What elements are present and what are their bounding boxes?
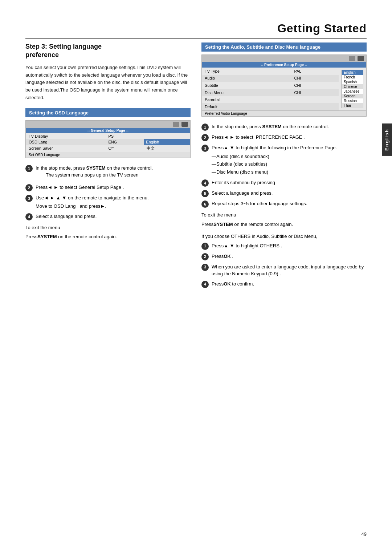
step-content: In the stop mode, press SYSTEM on the re… [212, 123, 367, 130]
dropdown-item-spanish: Spanish [342, 80, 363, 84]
screen-icon-2 [358, 56, 364, 61]
table-row: TV Display PS [26, 133, 190, 139]
step-content: Press◄ ► to select General Setup Page . [36, 184, 191, 191]
right-column: Setting the Audio, Subtitle and Disc Men… [201, 42, 367, 292]
others-steps-list: 1 Press▲ ▼ to highlight OTHERS . 2 Press… [201, 242, 367, 288]
table-cell-val: PAL [291, 68, 339, 75]
dropdown-item-russian: Russian [342, 98, 363, 103]
pref-content-area: TV Type PAL Audio CHI Subtitle CHI Dis [202, 68, 366, 110]
list-item: 4 Select a language and press. [25, 213, 191, 220]
right-exit-detail: PressSYSTEM on the remote control again. [201, 221, 367, 228]
dropdown-list: English French Spanish Chinese Japanese … [342, 70, 363, 108]
table-cell-val2: 中文 [144, 145, 190, 152]
table-cell-val: CHI [291, 82, 339, 89]
screen-footer: Set OSD Language [26, 152, 190, 158]
step-content: When you are asked to enter a language c… [212, 263, 367, 278]
table-cell-val [291, 96, 339, 104]
table-cell-label: Subtitle [202, 82, 291, 89]
list-item: 1 In the stop mode, press SYSTEM on the … [201, 123, 367, 131]
step-content: Use◄ ► ▲ ▼ on the remote to navigate in … [36, 194, 191, 210]
list-item: 2 PressOK . [201, 253, 367, 260]
section-description: You can select your own preferred langua… [25, 64, 191, 102]
step-number: 4 [201, 179, 209, 187]
step-content: Select a language and press. [36, 213, 191, 220]
table-cell-label: Parental [202, 96, 291, 104]
table-cell-label: Disc Menu [202, 89, 291, 96]
table-cell-val: CHI [291, 89, 339, 96]
step-number: 6 [201, 200, 209, 208]
step-content: Press▲ ▼ to highlight the following in t… [212, 144, 367, 176]
screen-header [26, 121, 190, 128]
table-row: Default [202, 103, 339, 110]
step-content: PressOK to confirm. [212, 280, 367, 288]
sub-step-disc-menu: Disc Menu (disc s menu) [212, 169, 367, 176]
screen-page-label: -- General Setup Page -- [26, 128, 190, 133]
dropdown-item-japanese: Japanese [342, 89, 363, 94]
step-content: Press◄ ► to select PREFERENCE PAGE . [212, 134, 367, 141]
step-number: 1 [201, 123, 209, 131]
osd-table: TV Display PS OSD Lang ENG English Scree… [26, 133, 190, 152]
step-number: 4 [201, 281, 209, 288]
page-number: 49 [362, 531, 367, 537]
list-item: 3 Press▲ ▼ to highlight the following in… [201, 144, 367, 176]
step-number: 3 [201, 145, 209, 152]
list-item: 2 Press◄ ► to select PREFERENCE PAGE . [201, 134, 367, 141]
step-content: Repeat steps 3~5 for other language sett… [212, 200, 367, 207]
step-indent: Move to OSD Lang and press►. [36, 203, 191, 210]
step-content: Enter its submenu by pressing [212, 179, 367, 186]
language-side-tab: English [382, 123, 392, 156]
language-dropdown: English French Spanish Chinese Japanese … [342, 70, 363, 108]
exit-detail: PressSYSTEM on the remote control again. [25, 233, 191, 240]
table-cell-val1: Off [106, 145, 144, 152]
page-container: Getting Started English Step 3: Setting … [0, 0, 392, 555]
table-cell-label: OSD Lang [26, 139, 106, 145]
pref-screen-mockup: -- Preference Setup Page -- TV Type PAL … [201, 54, 367, 117]
step-content: Select a language and press. [212, 190, 367, 197]
step-content: PressOK . [212, 253, 367, 260]
step-number: 3 [25, 195, 33, 202]
screen-icon-1 [349, 56, 355, 61]
screen-icon-1 [173, 122, 179, 127]
dropdown-item-thai: Thai [342, 103, 363, 108]
pref-table: TV Type PAL Audio CHI Subtitle CHI Dis [202, 68, 339, 110]
screen-icon-2 [181, 122, 188, 127]
list-item: 4 PressOK to confirm. [201, 280, 367, 288]
list-item: 1 Press▲ ▼ to highlight OTHERS . [201, 242, 367, 250]
exit-note: To exit the menu [25, 224, 191, 231]
others-note: If you choose OTHERS in Audio, Subtitle … [201, 233, 367, 240]
screen-header [202, 55, 366, 62]
table-cell-label: Default [202, 103, 291, 110]
dropdown-item-chinese: Chinese [342, 84, 363, 89]
list-item: 4 Enter its submenu by pressing [201, 179, 367, 187]
list-item: 5 Select a language and press. [201, 190, 367, 197]
step-number: 2 [201, 134, 209, 141]
table-cell-val: CHI [291, 75, 339, 82]
table-row: TV Type PAL [202, 68, 339, 75]
step-content: Press▲ ▼ to highlight OTHERS . [212, 242, 367, 250]
step-number: 4 [25, 213, 33, 220]
table-cell-val [291, 103, 339, 110]
section-heading: Step 3: Setting language preference [25, 42, 191, 60]
dropdown-item-french: French [342, 75, 363, 80]
table-row: OSD Lang ENG English [26, 139, 190, 145]
pref-screen-footer: Preferred Audio Language [202, 110, 366, 116]
table-cell-label: TV Display [26, 133, 106, 139]
step-number: 5 [201, 190, 209, 197]
sub-step-audio: Audio (disc s soundtrack) [212, 153, 367, 160]
dropdown-item-korean: Korean [342, 94, 363, 98]
table-cell-label: TV Type [202, 68, 291, 75]
osd-language-banner: Setting the OSD Language [25, 108, 191, 117]
step-number: 2 [201, 253, 209, 260]
right-exit-note: To exit the menu [201, 211, 367, 219]
sub-step-subtitle: Subtitle (disc s subtitles) [212, 161, 367, 168]
table-cell-val1: PS [106, 133, 144, 139]
pref-page-label: -- Preference Setup Page -- [202, 62, 366, 68]
pref-steps-list: 1 In the stop mode, press SYSTEM on the … [201, 123, 367, 208]
step-indent: The system menu pops up on the TV screen [46, 171, 191, 179]
table-cell-label: Screen Saver [26, 145, 106, 152]
list-item: 3 When you are asked to enter a language… [201, 263, 367, 278]
table-cell-label: Audio [202, 75, 291, 82]
audio-subtitle-banner: Setting the Audio, Subtitle and Disc Men… [201, 42, 367, 52]
table-cell-val1: ENG [106, 139, 144, 145]
table-row: Subtitle CHI [202, 82, 339, 89]
